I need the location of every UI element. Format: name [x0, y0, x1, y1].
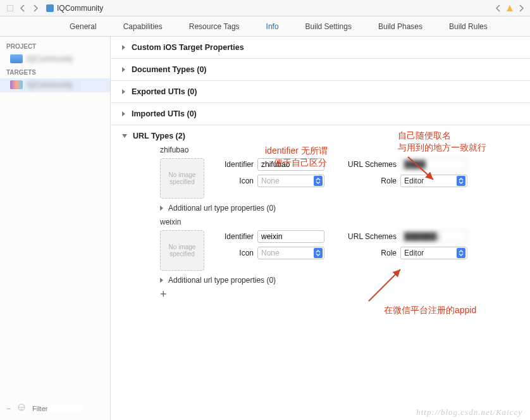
icon-select[interactable]: None: [257, 175, 324, 187]
tab-general[interactable]: General: [70, 22, 97, 31]
project-navigator: PROJECT IQCommunity TARGETS IQCommunity …: [0, 37, 111, 420]
icon-thumb-placeholder[interactable]: No image specified: [160, 158, 204, 199]
tab-resource-tags[interactable]: Resource Tags: [189, 22, 240, 31]
filter-input[interactable]: [32, 405, 83, 412]
project-header: PROJECT: [0, 40, 110, 52]
role-select[interactable]: Editor: [400, 247, 467, 259]
icon-select[interactable]: None: [257, 247, 324, 259]
breadcrumb-bar: IQCommunity: [0, 0, 530, 16]
additional-properties[interactable]: Additional url type properties (0): [160, 276, 519, 285]
disclosure-triangle-icon: [122, 45, 125, 50]
info-editor: Custom iOS Target Properties Document Ty…: [111, 37, 530, 420]
section-imported-utis[interactable]: Imported UTIs (0): [122, 109, 519, 118]
url-type-item: weixin No image specified Identifier URL…: [160, 218, 519, 271]
disclosure-triangle-icon: [122, 89, 125, 94]
icon-label: Icon: [218, 176, 254, 185]
watermark-text: http://blog.csdn.net/Kaiccy: [416, 407, 522, 417]
identifier-input[interactable]: [257, 230, 324, 243]
forward-right-icon[interactable]: [516, 2, 526, 15]
section-custom-properties[interactable]: Custom iOS Target Properties: [122, 43, 519, 52]
breadcrumb-title[interactable]: IQCommunity: [57, 4, 103, 13]
add-url-type-button[interactable]: +: [160, 288, 519, 300]
filter-icon[interactable]: [17, 403, 26, 414]
url-type-item: zhifubao No image specified Identifier U…: [160, 145, 519, 199]
chevron-updown-icon: [314, 176, 323, 186]
role-label: Role: [346, 176, 397, 185]
tab-build-rules[interactable]: Build Rules: [449, 22, 488, 31]
target-name-label: IQCommunity: [27, 80, 73, 89]
square-icon[interactable]: [4, 2, 16, 15]
disclosure-triangle-icon: [122, 111, 125, 116]
tab-build-phases[interactable]: Build Phases: [378, 22, 422, 31]
chevron-updown-icon: [457, 248, 465, 258]
section-url-types[interactable]: URL Types (2): [122, 132, 519, 140]
identifier-label: Identifier: [218, 160, 254, 169]
forward-icon[interactable]: [29, 2, 42, 15]
url-type-name: weixin: [160, 218, 519, 226]
url-schemes-label: URL Schemes: [346, 232, 397, 241]
icon-thumb-placeholder[interactable]: No image specified: [160, 230, 204, 271]
warning-icon[interactable]: [505, 2, 515, 15]
target-app-icon: [10, 80, 23, 89]
disclosure-triangle-icon: [160, 206, 163, 211]
tab-info[interactable]: Info: [266, 22, 279, 31]
disclosure-triangle-open-icon: [122, 134, 127, 138]
tab-build-settings[interactable]: Build Settings: [305, 22, 352, 31]
svg-rect-0: [7, 5, 13, 11]
icon-label: Icon: [218, 249, 254, 257]
identifier-input[interactable]: [257, 158, 324, 171]
section-exported-utis[interactable]: Exported UTIs (0): [122, 87, 519, 96]
role-select[interactable]: Editor: [400, 175, 467, 187]
url-schemes-input[interactable]: [400, 158, 467, 171]
url-type-name: zhifubao: [160, 145, 519, 154]
url-schemes-label: URL Schemes: [346, 160, 397, 169]
identifier-label: Identifier: [218, 232, 254, 241]
project-icon: [46, 4, 54, 13]
svg-rect-1: [46, 4, 54, 12]
additional-properties[interactable]: Additional url type properties (0): [160, 204, 519, 213]
role-label: Role: [346, 249, 397, 257]
back-icon[interactable]: [16, 2, 29, 15]
url-schemes-input[interactable]: [400, 230, 467, 243]
minus-icon[interactable]: −: [6, 404, 11, 413]
disclosure-triangle-icon: [160, 278, 163, 283]
chevron-updown-icon: [457, 176, 465, 186]
editor-tabs: General Capabilities Resource Tags Info …: [0, 16, 530, 37]
tab-capabilities[interactable]: Capabilities: [123, 22, 163, 31]
sidebar-project-item[interactable]: IQCommunity: [0, 52, 110, 66]
disclosure-triangle-icon: [122, 67, 125, 72]
sidebar-footer: −: [0, 400, 110, 416]
project-name-label: IQCommunity: [27, 54, 73, 63]
chevron-updown-icon: [314, 248, 323, 258]
targets-header: TARGETS: [0, 66, 110, 78]
section-document-types[interactable]: Document Types (0): [122, 65, 519, 74]
project-file-icon: [10, 54, 23, 63]
back-right-icon[interactable]: [493, 2, 503, 15]
sidebar-target-item[interactable]: IQCommunity: [0, 78, 110, 92]
